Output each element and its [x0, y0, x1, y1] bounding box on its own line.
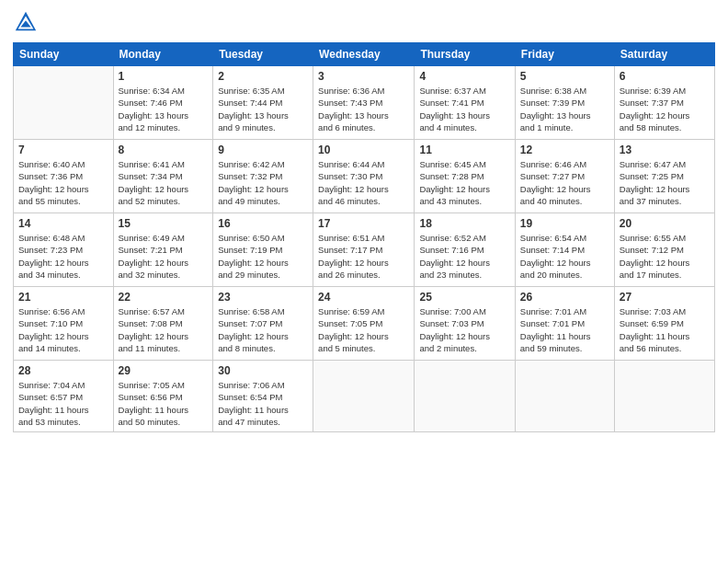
cell-info: Sunrise: 7:05 AM Sunset: 6:56 PM Dayligh… [119, 379, 209, 428]
calendar-cell [313, 361, 415, 432]
calendar-cell: 21Sunrise: 6:56 AM Sunset: 7:10 PM Dayli… [14, 287, 114, 361]
cell-info: Sunrise: 6:37 AM Sunset: 7:41 PM Dayligh… [419, 85, 509, 133]
cell-info: Sunrise: 6:48 AM Sunset: 7:23 PM Dayligh… [18, 232, 108, 281]
calendar-cell: 14Sunrise: 6:48 AM Sunset: 7:23 PM Dayli… [14, 213, 114, 287]
weekday-row: SundayMondayTuesdayWednesdayThursdayFrid… [14, 43, 715, 66]
cell-date: 18 [419, 217, 509, 230]
cell-date: 9 [218, 144, 308, 156]
calendar-week: 1Sunrise: 6:34 AM Sunset: 7:46 PM Daylig… [14, 66, 715, 140]
weekday-header: Tuesday [213, 43, 313, 66]
calendar-header: SundayMondayTuesdayWednesdayThursdayFrid… [14, 43, 715, 66]
cell-date: 16 [218, 217, 308, 230]
cell-date: 23 [218, 291, 308, 304]
calendar-cell: 17Sunrise: 6:51 AM Sunset: 7:17 PM Dayli… [313, 213, 415, 287]
cell-date: 27 [620, 291, 710, 304]
cell-date: 8 [119, 144, 209, 156]
calendar-cell: 28Sunrise: 7:04 AM Sunset: 6:57 PM Dayli… [14, 361, 114, 432]
cell-date: 3 [318, 70, 409, 83]
cell-info: Sunrise: 6:34 AM Sunset: 7:46 PM Dayligh… [119, 85, 209, 133]
cell-date: 5 [520, 70, 609, 83]
cell-date: 6 [620, 70, 710, 83]
weekday-header: Friday [515, 43, 614, 66]
calendar-cell: 26Sunrise: 7:01 AM Sunset: 7:01 PM Dayli… [515, 287, 614, 361]
cell-date: 30 [218, 364, 308, 377]
calendar-cell: 27Sunrise: 7:03 AM Sunset: 6:59 PM Dayli… [614, 287, 714, 361]
cell-info: Sunrise: 7:04 AM Sunset: 6:57 PM Dayligh… [18, 379, 108, 428]
calendar-body: 1Sunrise: 6:34 AM Sunset: 7:46 PM Daylig… [14, 66, 715, 432]
cell-info: Sunrise: 6:55 AM Sunset: 7:12 PM Dayligh… [620, 232, 710, 281]
cell-info: Sunrise: 6:51 AM Sunset: 7:17 PM Dayligh… [318, 232, 409, 281]
calendar-cell: 12Sunrise: 6:46 AM Sunset: 7:27 PM Dayli… [515, 140, 614, 213]
cell-info: Sunrise: 6:52 AM Sunset: 7:16 PM Dayligh… [419, 232, 509, 281]
cell-info: Sunrise: 7:00 AM Sunset: 7:03 PM Dayligh… [419, 305, 509, 354]
calendar-week: 7Sunrise: 6:40 AM Sunset: 7:36 PM Daylig… [14, 140, 715, 213]
calendar-cell: 8Sunrise: 6:41 AM Sunset: 7:34 PM Daylig… [113, 140, 213, 213]
logo-icon [13, 9, 39, 35]
cell-info: Sunrise: 6:47 AM Sunset: 7:25 PM Dayligh… [620, 158, 710, 207]
calendar-cell [415, 361, 515, 432]
cell-date: 19 [520, 217, 609, 230]
calendar-cell: 13Sunrise: 6:47 AM Sunset: 7:25 PM Dayli… [614, 140, 714, 213]
weekday-header: Thursday [415, 43, 515, 66]
cell-date: 2 [218, 70, 308, 83]
calendar-cell [515, 361, 614, 432]
calendar-cell: 20Sunrise: 6:55 AM Sunset: 7:12 PM Dayli… [614, 213, 714, 287]
cell-date: 15 [119, 217, 209, 230]
cell-date: 29 [119, 364, 209, 377]
cell-date: 14 [18, 217, 108, 230]
calendar-cell: 15Sunrise: 6:49 AM Sunset: 7:21 PM Dayli… [113, 213, 213, 287]
calendar-week: 21Sunrise: 6:56 AM Sunset: 7:10 PM Dayli… [14, 287, 715, 361]
calendar-cell [614, 361, 714, 432]
cell-date: 13 [620, 144, 710, 156]
cell-date: 22 [119, 291, 209, 304]
calendar-cell: 3Sunrise: 6:36 AM Sunset: 7:43 PM Daylig… [313, 66, 415, 140]
calendar-cell: 11Sunrise: 6:45 AM Sunset: 7:28 PM Dayli… [415, 140, 515, 213]
cell-info: Sunrise: 6:49 AM Sunset: 7:21 PM Dayligh… [119, 232, 209, 281]
calendar-week: 28Sunrise: 7:04 AM Sunset: 6:57 PM Dayli… [14, 361, 715, 432]
cell-info: Sunrise: 6:59 AM Sunset: 7:05 PM Dayligh… [318, 305, 409, 354]
cell-info: Sunrise: 6:45 AM Sunset: 7:28 PM Dayligh… [419, 158, 509, 207]
cell-info: Sunrise: 6:38 AM Sunset: 7:39 PM Dayligh… [520, 85, 609, 133]
calendar-cell: 30Sunrise: 7:06 AM Sunset: 6:54 PM Dayli… [213, 361, 313, 432]
cell-info: Sunrise: 6:58 AM Sunset: 7:07 PM Dayligh… [218, 305, 308, 354]
cell-info: Sunrise: 7:01 AM Sunset: 7:01 PM Dayligh… [520, 305, 609, 354]
weekday-header: Saturday [614, 43, 714, 66]
calendar-cell [14, 66, 114, 140]
cell-date: 1 [119, 70, 209, 83]
cell-date: 21 [18, 291, 108, 304]
cell-info: Sunrise: 6:36 AM Sunset: 7:43 PM Dayligh… [318, 85, 409, 133]
weekday-header: Monday [113, 43, 213, 66]
calendar-cell: 7Sunrise: 6:40 AM Sunset: 7:36 PM Daylig… [14, 140, 114, 213]
cell-date: 26 [520, 291, 609, 304]
cell-info: Sunrise: 6:35 AM Sunset: 7:44 PM Dayligh… [218, 85, 308, 133]
calendar-cell: 9Sunrise: 6:42 AM Sunset: 7:32 PM Daylig… [213, 140, 313, 213]
weekday-header: Wednesday [313, 43, 415, 66]
cell-info: Sunrise: 6:42 AM Sunset: 7:32 PM Dayligh… [218, 158, 308, 207]
cell-info: Sunrise: 6:57 AM Sunset: 7:08 PM Dayligh… [119, 305, 209, 354]
calendar-cell: 24Sunrise: 6:59 AM Sunset: 7:05 PM Dayli… [313, 287, 415, 361]
calendar-cell: 1Sunrise: 6:34 AM Sunset: 7:46 PM Daylig… [113, 66, 213, 140]
cell-date: 10 [318, 144, 409, 156]
page: SundayMondayTuesdayWednesdayThursdayFrid… [0, 0, 728, 563]
calendar: SundayMondayTuesdayWednesdayThursdayFrid… [13, 42, 715, 432]
cell-info: Sunrise: 6:44 AM Sunset: 7:30 PM Dayligh… [318, 158, 409, 207]
cell-date: 20 [620, 217, 710, 230]
cell-date: 25 [419, 291, 509, 304]
cell-date: 11 [419, 144, 509, 156]
calendar-cell: 10Sunrise: 6:44 AM Sunset: 7:30 PM Dayli… [313, 140, 415, 213]
calendar-cell: 29Sunrise: 7:05 AM Sunset: 6:56 PM Dayli… [113, 361, 213, 432]
calendar-cell: 19Sunrise: 6:54 AM Sunset: 7:14 PM Dayli… [515, 213, 614, 287]
cell-info: Sunrise: 6:41 AM Sunset: 7:34 PM Dayligh… [119, 158, 209, 207]
calendar-cell: 4Sunrise: 6:37 AM Sunset: 7:41 PM Daylig… [415, 66, 515, 140]
logo [13, 9, 42, 35]
calendar-cell: 22Sunrise: 6:57 AM Sunset: 7:08 PM Dayli… [113, 287, 213, 361]
calendar-cell: 2Sunrise: 6:35 AM Sunset: 7:44 PM Daylig… [213, 66, 313, 140]
cell-info: Sunrise: 6:56 AM Sunset: 7:10 PM Dayligh… [18, 305, 108, 354]
calendar-cell: 16Sunrise: 6:50 AM Sunset: 7:19 PM Dayli… [213, 213, 313, 287]
cell-date: 24 [318, 291, 409, 304]
calendar-cell: 18Sunrise: 6:52 AM Sunset: 7:16 PM Dayli… [415, 213, 515, 287]
calendar-cell: 25Sunrise: 7:00 AM Sunset: 7:03 PM Dayli… [415, 287, 515, 361]
cell-info: Sunrise: 6:39 AM Sunset: 7:37 PM Dayligh… [620, 85, 710, 133]
cell-date: 7 [18, 144, 108, 156]
cell-info: Sunrise: 6:54 AM Sunset: 7:14 PM Dayligh… [520, 232, 609, 281]
